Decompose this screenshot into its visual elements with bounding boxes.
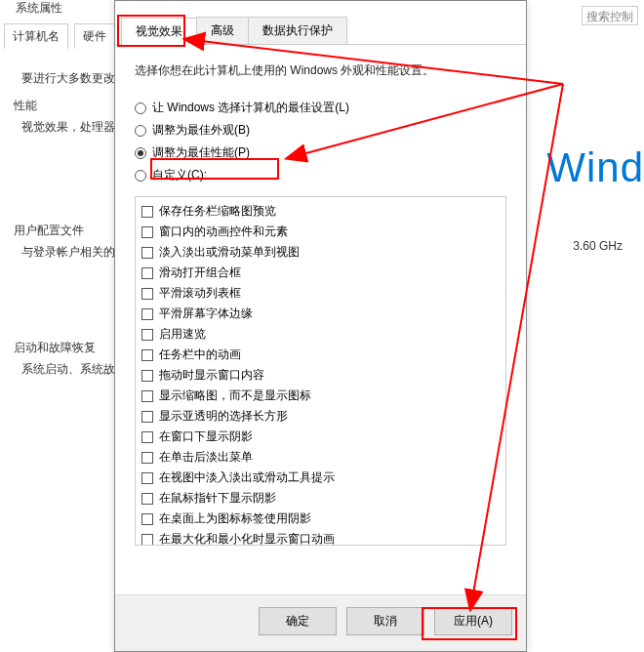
checkbox-icon — [141, 308, 153, 320]
check-item[interactable]: 淡入淡出或滑动菜单到视图 — [140, 242, 502, 263]
checkbox-icon — [141, 349, 153, 361]
bg-perf-desc: 视觉效果，处理器 — [21, 119, 115, 136]
checkbox-icon — [141, 452, 153, 464]
tab-dep[interactable]: 数据执行保护 — [248, 17, 347, 44]
check-label: 淡入淡出或滑动菜单到视图 — [159, 244, 300, 261]
check-label: 在单击后淡出菜单 — [159, 449, 253, 466]
check-label: 保存任务栏缩略图预览 — [159, 203, 276, 220]
check-item[interactable]: 平滑屏幕字体边缘 — [140, 304, 502, 324]
visual-effects-checklist[interactable]: 保存任务栏缩略图预览窗口内的动画控件和元素淡入淡出或滑动菜单到视图滑动打开组合框… — [135, 196, 506, 546]
bg-update-text: 要进行大多数更改 — [21, 70, 115, 87]
check-item[interactable]: 启用速览 — [140, 324, 502, 345]
check-item[interactable]: 在桌面上为图标标签使用阴影 — [140, 509, 502, 529]
windows-brand-fragment: Wind — [546, 144, 644, 191]
cpu-ghz: 3.60 GHz — [573, 239, 623, 253]
checkbox-icon — [141, 370, 153, 382]
check-label: 在桌面上为图标标签使用阴影 — [159, 510, 311, 527]
check-item[interactable]: 在鼠标指针下显示阴影 — [140, 488, 502, 509]
check-label: 平滑滚动列表框 — [159, 285, 241, 302]
check-label: 窗口内的动画控件和元素 — [159, 224, 288, 240]
checkbox-icon — [141, 472, 153, 484]
radio-label: 自定义(C): — [152, 167, 207, 183]
check-item[interactable]: 显示亚透明的选择长方形 — [140, 406, 502, 427]
bg-section-perf: 性能 — [14, 98, 37, 114]
panel-description: 选择你想在此计算机上使用的 Windows 外观和性能设置。 — [135, 62, 506, 79]
radio-icon — [135, 102, 146, 114]
checkbox-icon — [141, 247, 153, 259]
tab-visual-effects[interactable]: 视觉效果 — [121, 18, 197, 45]
radio-icon — [135, 170, 146, 182]
check-item[interactable]: 任务栏中的动画 — [140, 345, 502, 365]
check-label: 在鼠标指针下显示阴影 — [159, 490, 276, 507]
dialog-button-row: 确定 取消 应用(A) — [115, 594, 526, 651]
tab-panel-visual-effects: 选择你想在此计算机上使用的 Windows 外观和性能设置。 让 Windows… — [115, 45, 526, 594]
checkbox-icon — [141, 431, 153, 443]
checkbox-icon — [141, 513, 153, 525]
bg-profile-desc: 与登录帐户相关的 — [21, 244, 115, 261]
checkbox-icon — [141, 288, 153, 300]
check-item[interactable]: 窗口内的动画控件和元素 — [140, 222, 502, 242]
check-label: 启用速览 — [159, 326, 206, 343]
bg-tab-computer-name[interactable]: 计算机名 — [4, 23, 68, 49]
check-label: 平滑屏幕字体边缘 — [159, 306, 253, 322]
radio-label: 调整为最佳性能(P) — [152, 144, 250, 161]
dialog-tabs: 视觉效果 高级 数据执行保护 — [115, 11, 526, 45]
check-item[interactable]: 平滑滚动列表框 — [140, 283, 502, 304]
bg-section-profile: 用户配置文件 — [14, 223, 84, 239]
search-input[interactable]: 搜索控制面 — [582, 6, 638, 25]
radio-best-performance[interactable]: 调整为最佳性能(P) — [135, 142, 506, 164]
radio-icon — [135, 125, 146, 137]
check-item[interactable]: 在窗口下显示阴影 — [140, 427, 502, 447]
checkbox-icon — [141, 411, 153, 423]
check-label: 在最大化和最小化时显示窗口动画 — [159, 531, 335, 546]
radio-group: 让 Windows 选择计算机的最佳设置(L) 调整为最佳外观(B) 调整为最佳… — [135, 97, 506, 186]
checkbox-icon — [141, 534, 153, 546]
radio-best-appearance[interactable]: 调整为最佳外观(B) — [135, 119, 506, 142]
check-item[interactable]: 在单击后淡出菜单 — [140, 447, 502, 468]
checkbox-icon — [141, 493, 153, 505]
check-label: 滑动打开组合框 — [159, 265, 241, 281]
radio-label: 让 Windows 选择计算机的最佳设置(L) — [152, 100, 349, 116]
check-label: 任务栏中的动画 — [159, 346, 241, 363]
bg-section-startup: 启动和故障恢复 — [14, 340, 96, 356]
check-label: 拖动时显示窗口内容 — [159, 367, 264, 384]
check-item[interactable]: 滑动打开组合框 — [140, 263, 502, 283]
performance-options-dialog: 视觉效果 高级 数据执行保护 选择你想在此计算机上使用的 Windows 外观和… — [114, 0, 527, 652]
check-label: 在窗口下显示阴影 — [159, 428, 253, 445]
cancel-button[interactable]: 取消 — [346, 607, 424, 635]
checkbox-icon — [141, 329, 153, 341]
tab-advanced[interactable]: 高级 — [196, 17, 249, 44]
dialog-titlebar — [115, 1, 526, 11]
apply-button[interactable]: 应用(A) — [434, 607, 512, 635]
check-item[interactable]: 拖动时显示窗口内容 — [140, 365, 502, 386]
bg-title: 系统属性 — [16, 0, 62, 17]
radio-icon-checked — [135, 147, 146, 159]
check-label: 显示亚透明的选择长方形 — [159, 408, 288, 425]
checkbox-icon — [141, 206, 153, 218]
radio-custom[interactable]: 自定义(C): — [135, 164, 506, 186]
checkbox-icon — [141, 267, 153, 279]
check-label: 在视图中淡入淡出或滑动工具提示 — [159, 469, 335, 486]
check-item[interactable]: 显示缩略图，而不是显示图标 — [140, 386, 502, 406]
check-item[interactable]: 保存任务栏缩略图预览 — [140, 201, 502, 222]
bg-startup-desc: 系统启动、系统故 — [21, 361, 115, 378]
radio-label: 调整为最佳外观(B) — [152, 122, 250, 139]
check-label: 显示缩略图，而不是显示图标 — [159, 387, 311, 404]
checkbox-icon — [141, 390, 153, 402]
checkbox-icon — [141, 226, 153, 238]
check-item[interactable]: 在视图中淡入淡出或滑动工具提示 — [140, 468, 502, 488]
ok-button[interactable]: 确定 — [259, 607, 337, 635]
bg-tab-hardware[interactable]: 硬件 — [74, 23, 115, 49]
radio-auto[interactable]: 让 Windows 选择计算机的最佳设置(L) — [135, 97, 506, 119]
check-item[interactable]: 在最大化和最小化时显示窗口动画 — [140, 529, 502, 546]
